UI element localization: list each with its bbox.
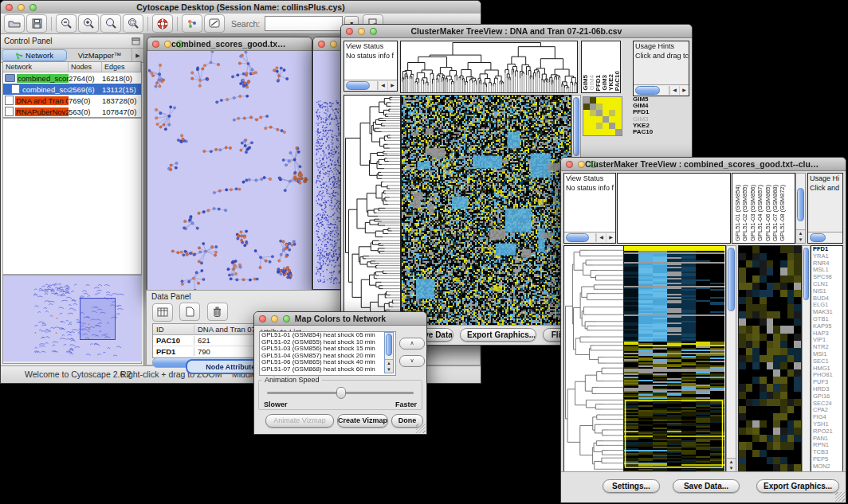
column-labels-vscrollbar[interactable]: ▲▼: [795, 173, 806, 244]
network-settings-button[interactable]: [182, 14, 202, 33]
column-dendrogram-panel[interactable]: [400, 41, 578, 93]
tab-network[interactable]: Network: [2, 49, 67, 61]
network-canvas-area[interactable]: [148, 51, 311, 291]
usage-hints-hscrollbar[interactable]: [808, 232, 842, 243]
close-button[interactable]: [6, 4, 13, 11]
network-graph-canvas[interactable]: [148, 51, 311, 291]
treeview-combined-titlebar[interactable]: ClusterMaker TreeView : combined_scores_…: [561, 158, 846, 171]
col-header-network[interactable]: Network: [3, 62, 69, 72]
minimize-button[interactable]: [164, 41, 171, 48]
scroll-left-arrow[interactable]: ◀: [669, 86, 679, 95]
correlation-matrix-panel[interactable]: [583, 96, 622, 136]
scrollbar-thumb[interactable]: [566, 233, 589, 242]
minimize-button[interactable]: [330, 41, 337, 48]
column-dendrogram-canvas[interactable]: [401, 41, 577, 92]
row-dendrogram-panel[interactable]: [344, 95, 401, 326]
scrollbar-thumb[interactable]: [810, 233, 826, 242]
row-dendrogram-canvas[interactable]: [344, 96, 400, 325]
scrollbar-thumb[interactable]: [797, 188, 804, 221]
row-dendrogram-canvas[interactable]: [564, 246, 623, 471]
resize-grip[interactable]: [416, 424, 426, 433]
close-button[interactable]: [259, 315, 266, 322]
attribute-list-item[interactable]: GPL51-07 (GSM868) heat shock 60 min: [260, 366, 395, 373]
save-data-button[interactable]: Save Data...: [673, 479, 740, 493]
tab-vizmapper[interactable]: VizMapper™: [68, 49, 132, 62]
scrollbar-thumb[interactable]: [803, 248, 809, 300]
animate-vizmap-button[interactable]: Animate Vizmap: [265, 414, 334, 428]
zoomed-heatmap-panel[interactable]: [738, 245, 802, 472]
column-dendrogram-panel[interactable]: [617, 173, 731, 244]
close-button[interactable]: [566, 161, 573, 168]
usage-hints-hscrollbar[interactable]: ◀▶: [634, 84, 689, 96]
zoom-out-button[interactable]: [56, 14, 77, 33]
dna-heatmap-panel[interactable]: [401, 95, 571, 326]
scrollbar-thumb[interactable]: [728, 248, 735, 311]
network-list-row[interactable]: combined_scores2764(0)16218(0): [3, 72, 141, 84]
zoomed-heatmap-canvas[interactable]: [739, 246, 801, 471]
scroll-left-arrow[interactable]: ◀: [378, 81, 387, 90]
combined-heatmap-panel[interactable]: [624, 245, 726, 472]
correlation-matrix-canvas[interactable]: [583, 97, 622, 135]
annotation-button[interactable]: [204, 14, 225, 33]
map-colors-titlebar[interactable]: Map Colors to Network: [254, 312, 426, 326]
gene-list[interactable]: PFD1YRA1RNR4MSL1SPC98CLN1NIS1BUD4ELG1MAK…: [811, 245, 843, 472]
open-file-button[interactable]: [4, 14, 25, 33]
combined-heatmap-canvas[interactable]: [624, 246, 724, 471]
move-up-button[interactable]: ∧: [399, 338, 425, 350]
scrollbar-thumb[interactable]: [573, 97, 579, 156]
combined-heatmap-vscrollbar[interactable]: ▲▼: [726, 245, 736, 472]
zoom-actual-button[interactable]: [100, 14, 121, 33]
minimize-button[interactable]: [578, 161, 585, 168]
attribute-select-button[interactable]: [152, 303, 173, 322]
minimize-button[interactable]: [18, 4, 25, 11]
resize-grip[interactable]: [835, 492, 845, 502]
scrollbar-thumb[interactable]: [635, 86, 660, 95]
zoomed-heatmap-vscrollbar[interactable]: [802, 245, 811, 472]
save-session-button[interactable]: [26, 14, 47, 33]
close-button[interactable]: [346, 28, 353, 35]
settings-button[interactable]: Settings...: [603, 479, 660, 493]
view-status-hscrollbar[interactable]: ◀▶: [564, 232, 615, 243]
scroll-right-arrow[interactable]: ▶: [679, 86, 689, 95]
slider-thumb[interactable]: [336, 387, 346, 399]
move-down-button[interactable]: ∨: [399, 355, 425, 367]
network-list-row[interactable]: combined_sco2569(6)13112(15): [3, 84, 141, 95]
scrollbar-thumb[interactable]: [386, 334, 392, 356]
scroll-arrows[interactable]: ▲▼: [385, 359, 393, 373]
export-graphics-button[interactable]: Export Graphics...: [756, 479, 839, 493]
scrollbar-thumb[interactable]: [346, 81, 370, 90]
col-header-edges[interactable]: Edges: [102, 62, 141, 72]
dna-heatmap-canvas[interactable]: [402, 96, 571, 325]
treeview-dna-titlebar[interactable]: ClusterMaker TreeView : DNA and Tran 07-…: [341, 25, 692, 38]
scroll-right-arrow[interactable]: ▶: [606, 233, 615, 242]
zoom-fit-button[interactable]: [123, 14, 143, 33]
close-button[interactable]: [318, 41, 325, 48]
network-overview-panel[interactable]: [2, 275, 142, 364]
network-overview-canvas[interactable]: [3, 275, 142, 361]
scroll-left-arrow[interactable]: ◀: [596, 233, 606, 242]
close-button[interactable]: [152, 41, 159, 48]
attribute-list-vscrollbar[interactable]: ▲▼: [384, 332, 394, 373]
create-vizmap-button[interactable]: Create Vizmap: [337, 414, 388, 428]
row-dendrogram-panel[interactable]: [563, 245, 624, 472]
float-panel-icon[interactable]: [132, 37, 140, 45]
col-header-nodes[interactable]: Nodes: [69, 62, 102, 72]
search-input[interactable]: [265, 16, 343, 31]
tab-overflow-button[interactable]: ▶: [132, 49, 143, 62]
network-view-titlebar[interactable]: combined_scores_good.txt--cluste...: [147, 37, 312, 51]
zoom-in-button[interactable]: [78, 14, 99, 33]
minimize-button[interactable]: [358, 28, 365, 35]
main-titlebar[interactable]: Cytoscape Desktop (Session Name: collins…: [1, 1, 481, 14]
network-list-row[interactable]: RNAPuberNov2+I563(0)107847(0): [3, 106, 141, 117]
network-list-row[interactable]: DNA and Tran 07769(0)183728(0): [3, 95, 141, 106]
export-graphics-button[interactable]: Export Graphics...: [460, 328, 536, 342]
scroll-arrows[interactable]: ▲▼: [727, 458, 736, 471]
scroll-arrows[interactable]: ▲▼: [796, 229, 805, 243]
scroll-right-arrow[interactable]: ▶: [387, 81, 397, 90]
minimize-button[interactable]: [271, 315, 278, 322]
attribute-list[interactable]: GPL51-01 (GSM854) heat shock 05 minGPL51…: [259, 331, 396, 376]
delete-attribute-button[interactable]: [207, 303, 228, 321]
help-button[interactable]: [152, 14, 173, 33]
view-status-hscrollbar[interactable]: ◀▶: [344, 80, 397, 91]
new-attribute-button[interactable]: [179, 303, 200, 321]
